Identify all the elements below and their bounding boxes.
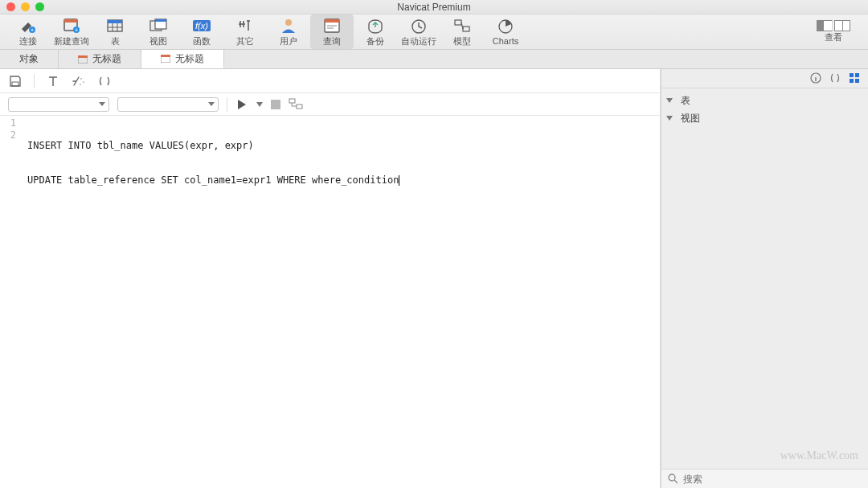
svg-line-40 <box>674 480 678 483</box>
toolbar-label: 模型 <box>453 35 471 47</box>
info-icon[interactable] <box>810 72 823 85</box>
divider <box>227 97 227 112</box>
tree-item-tables[interactable]: 表 <box>661 92 868 109</box>
tab-label: 无标题 <box>92 52 121 66</box>
svg-rect-22 <box>455 20 461 25</box>
toolbar-backup-button[interactable]: 备份 <box>354 14 397 49</box>
search-input[interactable] <box>683 474 862 485</box>
query-icon <box>321 17 342 35</box>
disclosure-icon <box>666 116 673 121</box>
tab-label: 无标题 <box>175 52 204 66</box>
search-bar <box>661 469 868 488</box>
connection-combo[interactable] <box>8 97 109 112</box>
toolbar-label: 表 <box>111 35 120 47</box>
svg-text:+: + <box>75 27 79 34</box>
main-toolbar: + 连接 + 新建查询 表 视图 f(x) 函数 其它 用户 查询 备份 自动运… <box>0 14 868 50</box>
toolbar-label: 连接 <box>19 35 37 47</box>
database-combo[interactable] <box>117 97 219 112</box>
svg-rect-13 <box>155 19 166 22</box>
window-title: Navicat Premium <box>0 2 868 13</box>
toolbar-label: 自动运行 <box>401 35 436 47</box>
plug-icon: + <box>18 17 39 35</box>
toolbar-label: 视图 <box>149 35 167 47</box>
svg-rect-35 <box>850 73 854 77</box>
toolbar-function-button[interactable]: f(x) 函数 <box>180 14 223 49</box>
svg-rect-7 <box>108 20 122 23</box>
right-panel-toolbar <box>661 69 868 88</box>
svg-text:f(x): f(x) <box>195 21 208 31</box>
table-icon <box>104 17 125 35</box>
stop-button[interactable] <box>271 100 280 109</box>
sql-editor[interactable]: 12 INSERT INTO tbl_name VALUES(expr, exp… <box>0 116 660 488</box>
tree-item-label: 表 <box>681 94 690 108</box>
user-icon <box>278 17 299 35</box>
code-line: UPDATE table_reference SET col_name1=exp… <box>27 174 655 187</box>
svg-rect-3 <box>64 19 77 23</box>
toolbar-view-button[interactable]: 视图 <box>137 14 180 49</box>
svg-rect-28 <box>161 55 170 57</box>
code-area[interactable]: INSERT INTO tbl_name VALUES(expr, expr) … <box>23 116 660 488</box>
editor-toolbar <box>0 69 660 93</box>
tree-item-label: 视图 <box>681 112 700 125</box>
toolbar-charts-button[interactable]: Charts <box>484 14 527 49</box>
svg-rect-18 <box>325 19 339 23</box>
beautify-icon[interactable] <box>72 74 86 88</box>
svg-point-39 <box>669 474 675 481</box>
svg-rect-29 <box>12 82 18 86</box>
parentheses-icon[interactable] <box>829 72 842 85</box>
svg-rect-38 <box>855 79 859 83</box>
text-cursor <box>399 175 399 186</box>
toolbar-new-query-button[interactable]: + 新建查询 <box>50 14 93 49</box>
clock-icon <box>408 17 429 35</box>
run-dropdown-icon[interactable] <box>256 102 263 107</box>
view-mode-split-button[interactable] <box>834 20 850 31</box>
view-mode-group: 查看 <box>805 14 862 49</box>
function-icon: f(x) <box>191 17 212 35</box>
view-mode-left-button[interactable] <box>817 20 833 31</box>
view-icon <box>148 17 169 35</box>
toolbar-user-button[interactable]: 用户 <box>267 14 310 49</box>
run-button[interactable] <box>235 98 248 111</box>
svg-text:+: + <box>31 27 35 34</box>
grid-view-icon[interactable] <box>849 72 862 85</box>
toolbar-autorun-button[interactable]: 自动运行 <box>397 14 440 49</box>
save-icon[interactable] <box>8 74 23 88</box>
toolbar-connection-button[interactable]: + 连接 <box>6 14 50 49</box>
toolbar-label: 查询 <box>323 35 341 47</box>
tools-icon <box>235 17 256 35</box>
svg-rect-30 <box>289 99 295 103</box>
toolbar-label: Charts <box>493 36 518 46</box>
toolbar-model-button[interactable]: 模型 <box>440 14 484 49</box>
tab-objects[interactable]: 对象 <box>0 50 59 68</box>
backup-icon <box>365 17 386 35</box>
view-label: 查看 <box>825 31 842 43</box>
explain-icon[interactable] <box>289 98 303 111</box>
toolbar-table-button[interactable]: 表 <box>93 14 137 49</box>
svg-rect-36 <box>855 73 859 77</box>
object-tree: 表 视图 <box>661 88 868 469</box>
line-gutter: 12 <box>0 116 23 488</box>
toolbar-other-button[interactable]: 其它 <box>223 14 267 49</box>
brackets-icon[interactable] <box>97 74 112 88</box>
tab-untitled-1[interactable]: 无标题 <box>59 50 141 68</box>
chart-icon <box>495 18 516 35</box>
search-icon <box>668 474 678 484</box>
tab-untitled-2[interactable]: 无标题 <box>141 50 224 68</box>
svg-rect-31 <box>297 105 302 109</box>
run-toolbar <box>0 93 660 116</box>
svg-rect-37 <box>850 79 854 83</box>
toolbar-label: 新建查询 <box>54 35 89 47</box>
toolbar-label: 函数 <box>193 35 211 47</box>
tree-item-views[interactable]: 视图 <box>661 109 868 127</box>
toolbar-label: 备份 <box>366 35 384 47</box>
table-mini-icon <box>78 55 88 64</box>
table-mini-icon <box>161 55 170 63</box>
toolbar-label: 用户 <box>280 35 297 47</box>
svg-rect-23 <box>463 27 469 31</box>
toolbar-query-button[interactable]: 查询 <box>310 14 354 49</box>
tab-label: 对象 <box>19 52 39 66</box>
svg-rect-26 <box>78 55 88 58</box>
model-icon <box>452 17 473 35</box>
disclosure-icon <box>666 98 673 103</box>
format-icon[interactable] <box>46 74 60 88</box>
